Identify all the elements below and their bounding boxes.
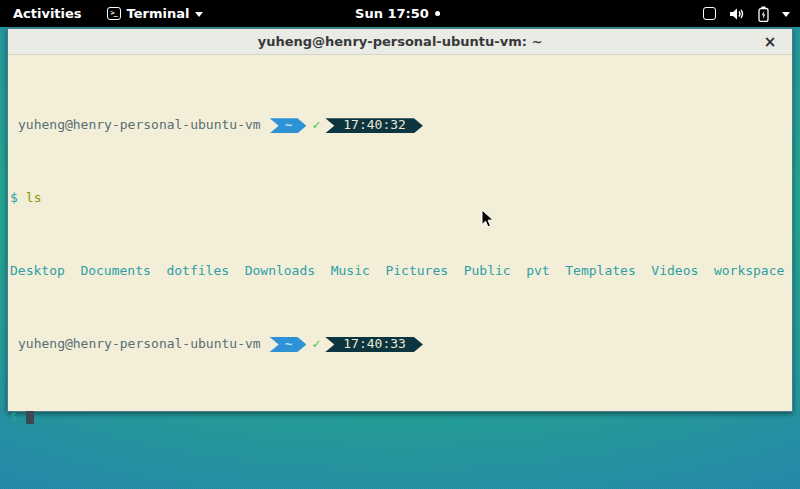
command-line: $ ls — [10, 191, 790, 206]
app-menu-terminal[interactable]: >_ Terminal — [107, 6, 204, 21]
desktop: Activities >_ Terminal Sun 17:50 — [0, 0, 800, 489]
notification-dot-icon — [435, 11, 440, 16]
window-title: yuheng@henry-personal-ubuntu-vm: ~ — [258, 34, 543, 49]
prompt-time-segment: 17:40:32 — [325, 118, 423, 133]
prompt-time-segment: 17:40:33 — [325, 337, 423, 352]
directory-name: workspace — [714, 264, 784, 279]
window-titlebar[interactable]: yuheng@henry-personal-ubuntu-vm: ~ × — [8, 29, 792, 55]
ls-output-line: Desktop Documents dotfiles Downloads Mus… — [10, 264, 790, 279]
directory-name: Downloads — [245, 264, 315, 279]
shell-prompt-symbol: $ — [10, 410, 18, 425]
shell-prompt-symbol: $ — [10, 191, 18, 206]
directory-name: Desktop — [10, 264, 65, 279]
directory-name: Videos — [651, 264, 698, 279]
prompt-line: yuheng@henry-personal-ubuntu-vm ~ ✓ 17:4… — [10, 118, 790, 133]
directory-name: Documents — [80, 264, 150, 279]
prompt-cwd-segment: ~ — [270, 337, 307, 352]
directory-name: Public — [464, 264, 511, 279]
typed-command: ls — [26, 191, 42, 206]
input-line[interactable]: $ — [10, 410, 790, 425]
app-menu-label: Terminal — [127, 6, 190, 21]
check-icon: ✓ — [312, 337, 320, 352]
prompt-line: yuheng@henry-personal-ubuntu-vm ~ ✓ 17:4… — [10, 337, 790, 352]
chevron-down-icon — [195, 12, 203, 17]
directory-name: dotfiles — [166, 264, 229, 279]
screen-icon — [703, 7, 716, 20]
system-tray[interactable] — [703, 6, 790, 22]
prompt-user: yuheng@henry-personal-ubuntu-vm — [18, 337, 261, 352]
volume-icon — [729, 7, 745, 21]
terminal-app-icon: >_ — [107, 7, 121, 20]
text-cursor-block — [26, 411, 34, 424]
prompt-user: yuheng@henry-personal-ubuntu-vm — [18, 118, 261, 133]
clock-label: Sun 17:50 — [355, 6, 429, 21]
directory-name: pvt — [526, 264, 549, 279]
check-icon: ✓ — [312, 118, 320, 133]
chevron-down-icon — [782, 12, 790, 17]
gnome-top-bar: Activities >_ Terminal Sun 17:50 — [0, 0, 800, 27]
directory-name: Music — [331, 264, 370, 279]
close-icon[interactable]: × — [760, 32, 780, 52]
directory-name: Pictures — [385, 264, 448, 279]
terminal-content[interactable]: yuheng@henry-personal-ubuntu-vm ~ ✓ 17:4… — [8, 56, 792, 411]
activities-button[interactable]: Activities — [13, 6, 82, 21]
directory-name: Templates — [565, 264, 635, 279]
terminal-window: yuheng@henry-personal-ubuntu-vm: ~ × yuh… — [7, 28, 793, 412]
battery-charging-icon — [758, 6, 769, 22]
prompt-cwd-segment: ~ — [270, 118, 307, 133]
clock-button[interactable]: Sun 17:50 — [355, 0, 440, 27]
